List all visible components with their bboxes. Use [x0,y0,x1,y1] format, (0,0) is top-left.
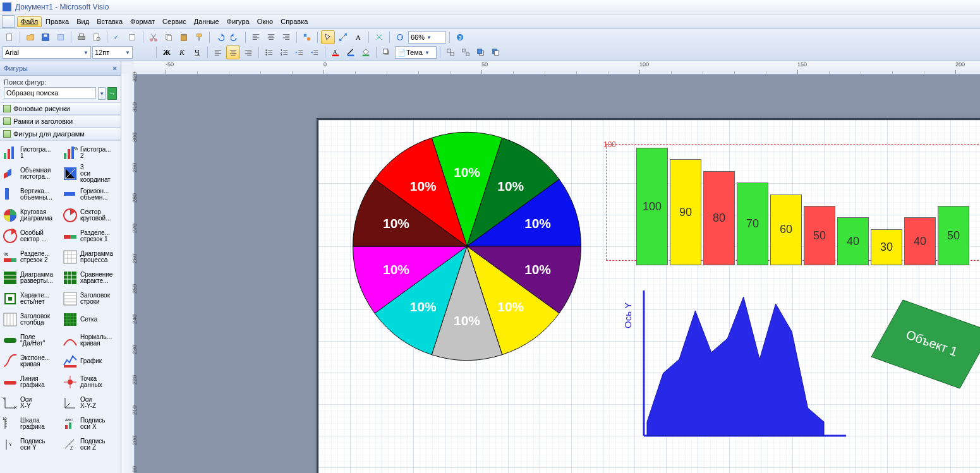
save-icon[interactable] [39,30,52,44]
ungroup-icon[interactable] [459,45,473,59]
shadow-icon[interactable] [380,45,394,59]
bar[interactable]: 40 [837,217,869,265]
send-back-icon[interactable] [489,45,503,59]
bar[interactable]: 40 [904,217,936,265]
font-color-icon[interactable]: A [329,45,342,59]
line-color-icon[interactable] [344,45,358,59]
bar[interactable]: 100 [636,148,668,265]
group-icon[interactable] [444,45,457,59]
align-left-icon[interactable] [249,30,263,44]
stencil-item[interactable]: Диаграмма разверты... [1,268,60,288]
bar-chart[interactable]: 100 100908070605040304050 [625,139,980,265]
menu-file[interactable]: Файл [17,16,42,27]
rotate-icon[interactable] [393,30,407,44]
help-icon[interactable]: ? [453,30,467,44]
category-backgrounds[interactable]: Фоновые рисунки [0,102,121,115]
bring-front-icon[interactable] [474,45,488,59]
bar[interactable]: 30 [871,229,902,265]
redo-icon[interactable] [228,30,242,44]
stencil-item[interactable]: Сетка [61,309,120,330]
paste-icon[interactable] [177,30,191,44]
stencil-item[interactable]: Заголовок строки [61,289,120,309]
bar[interactable]: 50 [804,206,835,265]
stencil-item[interactable]: Круговая диаграмма [1,205,60,225]
stencil-item[interactable]: 3 оси координат [61,164,120,184]
stencil-item[interactable]: Экспоне... кривая [1,351,60,371]
menu-edit[interactable]: Правка [42,16,73,27]
cut-icon[interactable] [147,30,160,44]
stencil-item[interactable]: YПодпись оси Y [1,434,60,455]
menu-window[interactable]: Окно [253,16,277,27]
italic-icon[interactable]: К [175,45,189,59]
decrease-indent-icon[interactable] [293,45,306,59]
stencil-item[interactable]: Диаграмма процесса [61,247,120,267]
pointer-tool-icon[interactable] [321,30,335,44]
stencil-item[interactable]: ABCПодпись оси X [61,414,120,434]
menu-shape[interactable]: Фигура [223,16,253,27]
stencil-item[interactable]: Точка данных [61,372,120,392]
stencil-item[interactable]: Особый сектор ... [1,226,60,246]
increase-indent-icon[interactable] [308,45,322,59]
undo-icon[interactable] [213,30,227,44]
font-size-combo[interactable]: 12пт▼ [92,46,133,59]
bar[interactable]: 80 [703,171,735,265]
pie-chart[interactable]: 10%10%10%10%10%10%10%10%10%10% [347,126,587,366]
stencil-item[interactable]: %Разделе... отрезок 2 [1,247,60,267]
text-align-center-icon[interactable] [226,45,240,59]
stencil-item[interactable]: Оси X-Y-Z [61,393,120,413]
new-doc-icon[interactable] [3,30,16,44]
research-icon[interactable] [126,30,140,44]
stencil-item[interactable]: Вертика... объемны... [1,184,60,205]
stencil-item[interactable]: Поле "Да/Нет" [1,330,60,350]
copy-icon[interactable] [162,30,176,44]
stencil-item[interactable]: Объемная гистогра... [1,164,60,184]
stencil-item[interactable]: График [61,351,120,371]
stencil-item[interactable]: Линия графика [1,372,60,392]
stencil-item[interactable]: Гистогра... 1 [1,143,60,163]
bar[interactable]: 70 [737,183,768,265]
bold-icon[interactable]: Ж [160,45,174,59]
theme-combo[interactable]: 📄Тема▼ [395,46,437,59]
menu-control-icon[interactable] [2,15,15,28]
menu-insert[interactable]: Вставка [93,16,126,27]
menu-format[interactable]: Формат [126,16,159,27]
bar[interactable]: 50 [938,206,969,265]
stencil-item[interactable]: ZПодпись оси Z [61,434,120,455]
search-input[interactable] [4,87,96,99]
bar[interactable]: 90 [670,159,701,265]
spelling-icon[interactable]: ✓ [111,30,124,44]
stencil-item[interactable]: YXОси X-Y [1,393,60,413]
text-align-right-icon[interactable] [241,45,255,59]
bullets-icon[interactable] [262,45,276,59]
stencil-item[interactable]: Сектор круговой... [61,205,120,225]
text-align-left-icon[interactable] [211,45,225,59]
numbering-icon[interactable]: 123 [277,45,291,59]
connection-point-icon[interactable] [372,30,386,44]
zoom-combo[interactable]: 66%▼ [408,31,446,44]
stencil-item[interactable]: Характе... есть/нет [1,289,60,309]
save-all-icon[interactable] [54,30,68,44]
menu-data[interactable]: Данные [190,16,223,27]
underline-icon[interactable]: Ч [190,45,204,59]
print-icon[interactable] [75,30,88,44]
connector-tool-icon[interactable] [336,30,350,44]
menu-help[interactable]: Справка [277,16,312,27]
shapes-icon[interactable] [300,30,314,44]
stencil-item[interactable]: Заголовок столбца [1,309,60,330]
stencil-item[interactable]: 10Шкала графика [1,414,60,434]
close-icon[interactable]: × [113,64,117,72]
category-charting[interactable]: Фигуры для диаграмм [0,128,121,140]
font-family-combo[interactable]: Arial▼ [3,46,91,59]
stencil-item[interactable]: Горизон... объемн... [61,184,120,205]
fill-color-icon[interactable] [359,45,373,59]
category-borders[interactable]: Рамки и заголовки [0,115,121,128]
bar[interactable]: 60 [770,195,802,265]
search-dropdown-icon[interactable]: ▼ [98,87,106,100]
format-painter-icon[interactable] [192,30,206,44]
stencil-item[interactable]: Сравнение характе... [61,268,120,288]
menu-view[interactable]: Вид [73,16,93,27]
stencil-item[interactable]: Нормаль... кривая [61,330,120,350]
align-center-icon[interactable] [264,30,278,44]
stencil-item[interactable]: Разделе... отрезок 1 [61,226,120,246]
align-right-icon[interactable] [279,30,293,44]
